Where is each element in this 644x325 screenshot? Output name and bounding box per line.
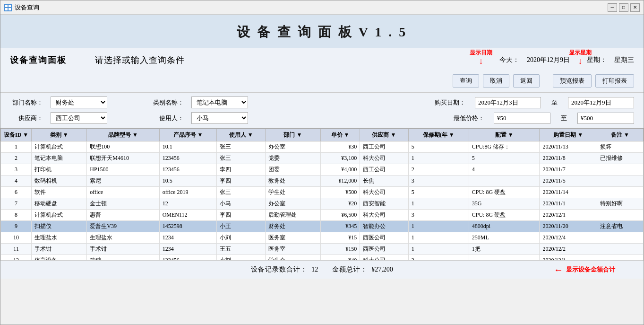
table-cell: 软件: [32, 187, 87, 198]
back-button[interactable]: 返回: [513, 74, 540, 88]
supplier-select[interactable]: 西工公司: [51, 112, 107, 124]
annotation-bar: 显示日期 ↓ 显示星期 ↓ 设备查询面板 请选择或输入查询条件 今天： 2020…: [0, 48, 644, 71]
table-cell: 5: [408, 187, 469, 198]
col-user[interactable]: 使用人 ▼: [217, 129, 265, 141]
query-button[interactable]: 查询: [453, 74, 479, 88]
table-cell: 1234: [159, 232, 217, 244]
preview-button[interactable]: 预览报表: [553, 74, 592, 88]
table-cell: 西工公司: [360, 164, 408, 176]
title-bar-controls: ─ □ ✕: [608, 3, 640, 12]
filter-section: 部门名称： 财务处 类别名称： 笔记本电脑 购买日期： 至 供应商： 西工公司 …: [0, 92, 644, 128]
table-cell: 小刘: [217, 232, 265, 244]
table-cell: 10.1: [159, 141, 217, 153]
table-row[interactable]: 12体育设备篮球123456小刘学生会¥40科大公司22020/12/1: [1, 255, 644, 261]
window-title: 设备查询: [15, 3, 39, 12]
svg-rect-2: [5, 8, 8, 10]
category-label: 类别名称：: [151, 98, 184, 107]
data-table: 设备ID ▼ 类别 ▼ 品牌型号 ▼ 产品序号 ▼ 使用人 ▼ 部门 ▼ 单价 …: [0, 129, 644, 260]
table-cell: 惠普: [87, 210, 159, 221]
table-cell: 王五: [217, 244, 265, 255]
main-title: 设 备 查 询 面 板 V 1 . 5: [0, 23, 644, 41]
table-cell: 小马: [217, 198, 265, 210]
col-dept[interactable]: 部门 ▼: [265, 129, 320, 141]
table-cell: 科大公司: [360, 210, 408, 221]
table-row[interactable]: 10生理盐水生理盐水1234小刘医务室¥15西医公司1250ML2020/12/…: [1, 232, 644, 244]
table-cell: 手术钳: [32, 244, 87, 255]
table-cell: [469, 176, 540, 187]
table-cell: ¥30: [320, 141, 360, 153]
table-cell: 2020/12/1: [540, 210, 597, 221]
table-row[interactable]: 2笔记本电脑联想开天M4610123456张三党委¥3,100科大公司15202…: [1, 153, 644, 164]
table-cell: 1234: [159, 244, 217, 255]
table-cell: 10.5: [159, 176, 217, 187]
table-cell: 123456: [159, 255, 217, 261]
table-cell: 李四: [217, 164, 265, 176]
table-cell: 医务室: [265, 232, 320, 244]
record-label: 设备记录数合计：: [251, 265, 308, 274]
table-cell: 1: [408, 153, 469, 164]
table-cell: 2020/12/2: [540, 244, 597, 255]
table-cell: 学生处: [265, 187, 320, 198]
col-supplier[interactable]: 供应商 ▼: [360, 129, 408, 141]
col-id[interactable]: 设备ID ▼: [1, 129, 32, 141]
table-row[interactable]: 4数码相机索尼10.5李四教务处¥12,000长焦32020/11/5: [1, 176, 644, 187]
table-cell: 长焦: [360, 176, 408, 187]
col-brand[interactable]: 品牌型号 ▼: [87, 129, 159, 141]
main-window: 设备查询 ─ □ ✕ 设 备 查 询 面 板 V 1 . 5 显示日期 ↓ 显示…: [0, 0, 644, 325]
grid-icon: [5, 4, 11, 11]
min-price-input[interactable]: [494, 113, 550, 124]
date-to-input[interactable]: [568, 97, 634, 108]
col-date[interactable]: 购置日期 ▼: [540, 129, 597, 141]
minimize-button[interactable]: ─: [608, 3, 617, 12]
table-row[interactable]: 11手术钳手术钳1234王五医务室¥150西医公司11把2020/12/2: [1, 244, 644, 255]
table-row[interactable]: 8计算机台式惠普OMEN112李四后勤管理处¥6,500科大公司3CPU: 8G…: [1, 210, 644, 221]
dept-label: 部门名称：: [10, 98, 43, 107]
col-note[interactable]: 备注 ▼: [597, 129, 644, 141]
svg-rect-3: [9, 8, 11, 10]
col-serial[interactable]: 产品序号 ▼: [159, 129, 217, 141]
table-row[interactable]: 6软件officeoffice 2019张三学生处¥500科大公司5CPU: 8…: [1, 187, 644, 198]
max-price-input[interactable]: [577, 113, 634, 124]
table-cell: 2020/11/7: [540, 164, 597, 176]
amount-annotation-text: 显示设备金额合计: [566, 265, 615, 274]
table-cell: ¥12,000: [320, 176, 360, 187]
purchase-date-label: 购买日期：: [435, 98, 465, 107]
maximize-button[interactable]: □: [619, 3, 628, 12]
table-row[interactable]: 3打印机HP1500123456李四团委¥4,000西工公司242020/11/…: [1, 164, 644, 176]
table-row[interactable]: 9扫描仪爱普生V391452598小王财务处¥345智能办公14800dpi20…: [1, 221, 644, 232]
table-cell: 医务室: [265, 244, 320, 255]
close-button[interactable]: ✕: [630, 3, 640, 12]
table-row[interactable]: 7移动硬盘金士顿12小马办公室¥20西安智能135G2020/11/1特别好啊: [1, 198, 644, 210]
date-from-input[interactable]: [475, 97, 541, 108]
table-cell: 西安智能: [360, 198, 408, 210]
cancel-button[interactable]: 取消: [483, 74, 509, 88]
table-row[interactable]: 1计算机台式联想10010.1张三办公室¥30西工公司5CPU:8G 储存：20…: [1, 141, 644, 153]
table-cell: 后勤管理处: [265, 210, 320, 221]
table-cell: 1: [408, 232, 469, 244]
table-cell: 6: [1, 187, 32, 198]
col-price[interactable]: 单价 ▼: [320, 129, 360, 141]
today-value: 2020年12月9日: [527, 56, 570, 64]
col-config[interactable]: 配置 ▼: [469, 129, 540, 141]
dept-select[interactable]: 财务处: [51, 97, 107, 108]
col-warranty[interactable]: 保修期(年 ▼: [408, 129, 469, 141]
table-cell: [469, 255, 540, 261]
table-cell: 3: [408, 176, 469, 187]
supplier-label: 供应商：: [10, 114, 43, 123]
table-cell: office 2019: [159, 187, 217, 198]
today-label: 今天：: [499, 56, 519, 64]
header-section: 设 备 查 询 面 板 V 1 . 5: [0, 15, 644, 48]
table-cell: 2020/11/20: [540, 221, 597, 232]
category-select[interactable]: 笔记本电脑: [191, 97, 248, 108]
table-cell: 计算机台式: [32, 210, 87, 221]
week-label: 星期：: [587, 56, 607, 64]
table-cell: 张三: [217, 187, 265, 198]
table-cell: 党委: [265, 153, 320, 164]
table-cell: 西工公司: [360, 141, 408, 153]
table-cell: 张三: [217, 153, 265, 164]
table-cell: 2020/11/8: [540, 153, 597, 164]
col-category[interactable]: 类别 ▼: [32, 129, 87, 141]
footer-annotation: ← 显示设备金额合计: [554, 264, 615, 275]
user-select[interactable]: 小马: [191, 112, 248, 124]
print-button[interactable]: 打印报表: [595, 74, 634, 88]
